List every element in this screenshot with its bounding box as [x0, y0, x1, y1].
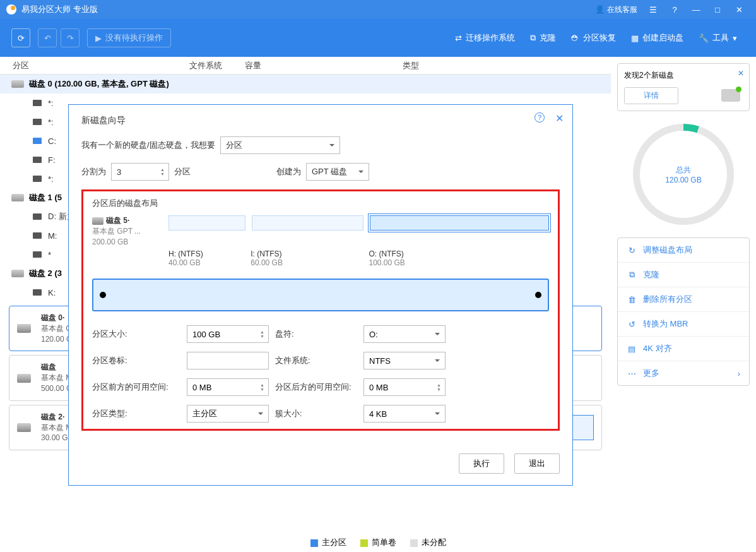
recover-button[interactable]: ⛑分区恢复: [564, 32, 623, 44]
space-before-input[interactable]: 0 MB: [187, 378, 269, 396]
table-header: 分区 文件系统 容量 类型: [0, 57, 611, 75]
undo-button[interactable]: ↶: [38, 28, 57, 47]
action-select[interactable]: 分区: [220, 136, 340, 154]
new-disk-wizard-modal: 新磁盘向导 ? ✕ 我有一个新的硬盘/固态硬盘，我想要 分区 分割为 3 分区 …: [68, 104, 573, 486]
convert-mbr-action[interactable]: ↺转换为 MBR: [618, 312, 749, 337]
preview-partition-o[interactable]: [370, 215, 550, 231]
partition-type-select[interactable]: 主分区: [187, 405, 269, 423]
tools-button[interactable]: 🔧工具 ▾: [691, 32, 745, 44]
preview-partition-h[interactable]: [168, 215, 245, 231]
clone-button[interactable]: ⧉克隆: [523, 32, 564, 44]
app-title: 易我分区大师 专业版: [21, 4, 98, 15]
wrench-icon: 🔧: [699, 33, 709, 43]
grid-icon: ▦: [631, 33, 639, 43]
online-support-button[interactable]: 👤在线客服: [590, 4, 642, 15]
close-icon[interactable]: ✕: [728, 0, 750, 19]
migrate-icon: ⇄: [455, 33, 462, 43]
align-4k-action[interactable]: ▤4K 对齐: [618, 337, 749, 361]
detail-button[interactable]: 详情: [624, 87, 678, 104]
filesystem-select[interactable]: NTFS: [363, 352, 446, 369]
refresh-button[interactable]: ⟳: [11, 28, 30, 47]
slider-handle-right[interactable]: [535, 292, 541, 298]
disk-icon: [721, 89, 740, 102]
app-logo-icon: [6, 4, 16, 15]
close-icon[interactable]: ✕: [738, 69, 744, 78]
disk-icon: [11, 270, 24, 277]
volume-label-input[interactable]: [187, 352, 269, 369]
clone-action[interactable]: ⧉克隆: [618, 263, 749, 287]
convert-icon: ↺: [627, 319, 637, 329]
migrate-os-button[interactable]: ⇄迁移操作系统: [447, 32, 523, 44]
disk-icon: [17, 423, 31, 432]
modal-title: 新磁盘向导: [81, 115, 560, 126]
execute-button[interactable]: 执行: [459, 453, 504, 474]
cluster-size-select[interactable]: 4 KB: [363, 405, 446, 423]
new-disk-notification: 发现2个新磁盘 ✕ 详情: [617, 63, 750, 111]
disk-icon: [11, 194, 24, 201]
adjust-layout-action[interactable]: ↻调整磁盘布局: [618, 238, 749, 263]
recover-icon: ⛑: [571, 33, 579, 43]
maximize-icon[interactable]: □: [707, 0, 728, 19]
disk-0-row[interactable]: 磁盘 0 (120.00 GB, 基本盘, GPT 磁盘): [0, 75, 611, 93]
preview-disk: 磁盘 5· 基本盘 GPT ... 200.00 GB: [92, 215, 158, 247]
disk-icon: [11, 80, 24, 88]
partition-size-input[interactable]: 100 GB: [187, 325, 269, 343]
main-toolbar: ⟳ ↶ ↷ ▶ 没有待执行操作 ⇄迁移操作系统 ⧉克隆 ⛑分区恢复 ▦创建启动盘…: [0, 19, 756, 57]
size-slider[interactable]: [92, 279, 549, 311]
disk-actions: ↻调整磁盘布局 ⧉克隆 🗑删除所有分区 ↺转换为 MBR ▤4K 对齐 ⋯更多›: [617, 237, 750, 386]
highlighted-area: 分区后的磁盘布局 磁盘 5· 基本盘 GPT ... 200.00 GB H: …: [81, 189, 560, 431]
exit-button[interactable]: 退出: [514, 453, 560, 474]
right-sidebar: 发现2个新磁盘 ✕ 详情 总共120.00 GB ↻调整磁盘布局 ⧉克隆 🗑删除…: [611, 57, 756, 533]
minimize-icon[interactable]: —: [685, 0, 707, 19]
help-icon[interactable]: ?: [664, 0, 685, 19]
pending-operations: ▶ 没有待执行操作: [87, 28, 171, 47]
preview-partition-i[interactable]: [252, 215, 363, 231]
clone-icon: ⧉: [627, 270, 637, 280]
modal-close-icon[interactable]: ✕: [555, 112, 564, 124]
partition-legend: 主分区 简单卷 未分配: [0, 533, 756, 552]
redo-button[interactable]: ↷: [61, 28, 80, 47]
space-after-input[interactable]: 0 MB: [363, 378, 446, 396]
trash-icon: 🗑: [627, 294, 637, 304]
refresh-icon: ↻: [627, 245, 637, 255]
split-count-spinner[interactable]: 3: [111, 163, 169, 181]
title-bar: 易我分区大师 专业版 👤在线客服 ☰ ? — □ ✕: [0, 0, 756, 19]
disk-icon: [92, 217, 103, 225]
disk-icon: [17, 374, 31, 383]
modal-help-icon[interactable]: ?: [535, 112, 545, 123]
menu-icon[interactable]: ☰: [642, 0, 664, 19]
more-action[interactable]: ⋯更多›: [618, 361, 749, 385]
more-icon: ⋯: [627, 368, 637, 378]
clone-icon: ⧉: [530, 33, 536, 43]
align-icon: ▤: [627, 344, 637, 354]
slider-handle-left[interactable]: [100, 292, 106, 298]
delete-all-action[interactable]: 🗑删除所有分区: [618, 287, 749, 312]
disk-type-select[interactable]: GPT 磁盘: [306, 163, 369, 181]
bootdisk-button[interactable]: ▦创建启动盘: [623, 32, 691, 44]
drive-letter-select[interactable]: O:: [363, 325, 446, 343]
capacity-ring-chart: 总共120.00 GB: [633, 124, 734, 225]
disk-icon: [17, 324, 31, 333]
chevron-right-icon: ›: [738, 369, 740, 378]
